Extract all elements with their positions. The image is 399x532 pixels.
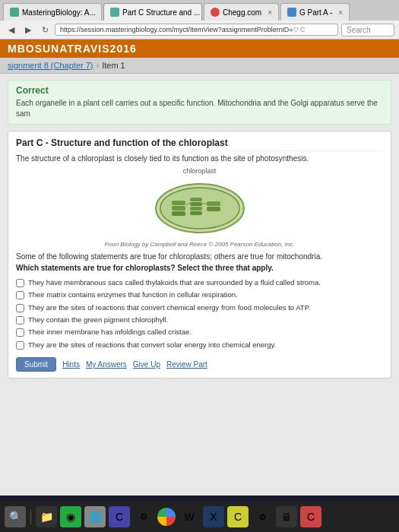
back-button[interactable]: ◀: [5, 23, 18, 36]
part-c-title: Part C - Structure and function of the c…: [16, 138, 383, 151]
tab-favicon-3: [211, 8, 220, 17]
checkbox-2[interactable]: [16, 291, 24, 299]
refresh-button[interactable]: ↻: [38, 23, 52, 36]
tab-mastering-biology[interactable]: MasteringBiology: A... ×: [3, 3, 102, 21]
bold-instruction: Which statements are true for chloroplas…: [16, 264, 383, 272]
taskbar-finder[interactable]: 🔍: [5, 506, 26, 527]
tab-label-2: Part C Structure and ...: [122, 8, 200, 17]
search-input[interactable]: Search: [341, 24, 394, 36]
checkbox-1[interactable]: [16, 279, 24, 287]
choice-label-6: They are the sites of reactions that con…: [28, 340, 276, 350]
taskbar-icon-9[interactable]: 🖥: [276, 506, 297, 527]
choice-label-5: Their inner membrane has infoldings call…: [28, 328, 192, 337]
checkbox-3[interactable]: [16, 304, 24, 312]
breadcrumb-separator: ›: [97, 61, 100, 70]
buttons-row: Submit Hints My Answers Give Up Review P…: [16, 357, 383, 372]
breadcrumb-assignment[interactable]: signment 8 (Chapter 7): [8, 61, 93, 70]
taskbar-icon-chrome[interactable]: [157, 508, 176, 526]
svg-rect-3: [172, 206, 185, 211]
checkbox-5[interactable]: [16, 328, 24, 337]
image-caption: From Biology by Campbell and Reece © 200…: [16, 241, 383, 248]
address-bar: ◀ ▶ ↻ https://session.masteringbiology.c…: [0, 21, 399, 40]
my-answers-button[interactable]: My Answers: [86, 360, 127, 369]
instruction-text: Some of the following statements are tru…: [16, 252, 383, 261]
taskbar: 🔍 📁 ◉ 🌐 C ⚙ W X C ✿ 🖥 C: [0, 502, 399, 532]
chloroplast-label: chloroplast: [16, 167, 383, 175]
correct-title: Correct: [16, 85, 383, 96]
chloroplast-container: chloroplast: [16, 167, 383, 248]
tab-favicon-4: [287, 8, 296, 17]
give-up-button[interactable]: Give Up: [133, 360, 160, 369]
taskbar-icon-6[interactable]: X: [203, 506, 224, 527]
correct-banner: Correct Each organelle in a plant cell c…: [8, 80, 391, 125]
choice-label-1: They have membranous sacs called thylako…: [28, 278, 321, 287]
svg-rect-9: [207, 201, 220, 206]
tab-close-3[interactable]: ×: [268, 8, 272, 17]
taskbar-icon-3[interactable]: 🌐: [84, 506, 106, 527]
url-verify: ▽ C: [293, 26, 306, 33]
hints-button[interactable]: Hints: [62, 360, 80, 369]
choice-label-2: Their matrix contains enzymes that funct…: [28, 290, 238, 299]
correct-text: Each organelle in a plant cell carries o…: [16, 98, 383, 119]
forward-button[interactable]: ▶: [21, 23, 35, 36]
choice-2[interactable]: Their matrix contains enzymes that funct…: [16, 289, 383, 301]
svg-rect-2: [172, 201, 185, 205]
tab-bar: MasteringBiology: A... × Part C Structur…: [0, 0, 399, 21]
taskbar-icon-c-red[interactable]: C: [300, 506, 321, 527]
search-label: Search: [347, 26, 371, 34]
tab-favicon-2: [110, 8, 119, 17]
taskbar-icon-4[interactable]: ⚙: [133, 506, 154, 527]
tab-label-4: G Part A -: [299, 8, 332, 17]
taskbar-divider-1: [30, 509, 31, 524]
svg-rect-10: [207, 207, 220, 211]
site-title: MBOSUNATRAVIS2016: [8, 43, 137, 55]
choice-5[interactable]: Their inner membrane has infoldings call…: [16, 326, 383, 338]
svg-rect-4: [172, 211, 185, 216]
answer-choices: They have membranous sacs called thylako…: [16, 277, 383, 351]
svg-rect-8: [190, 211, 202, 215]
taskbar-icon-8[interactable]: ✿: [252, 506, 273, 527]
svg-rect-7: [190, 207, 202, 211]
part-c-subtitle: The structure of a chloroplast is closel…: [16, 154, 383, 163]
svg-rect-6: [190, 202, 202, 206]
choice-label-4: They contain the green pigment chlorophy…: [28, 315, 168, 325]
choice-label-3: They are the sites of reactions that con…: [28, 303, 310, 312]
url-input[interactable]: https://session.masteringbiology.com/myc…: [55, 24, 338, 36]
part-c-section: Part C - Structure and function of the c…: [8, 131, 391, 378]
taskbar-icon-c-blue[interactable]: C: [109, 506, 130, 527]
tab-label-3: Chegg.com: [223, 8, 261, 17]
choice-1[interactable]: They have membranous sacs called thylako…: [16, 277, 383, 289]
browser-chrome: MasteringBiology: A... × Part C Structur…: [0, 0, 399, 40]
tab-label-1: MasteringBiology: A...: [22, 8, 96, 17]
breadcrumb: signment 8 (Chapter 7) › Item 1: [0, 58, 399, 74]
taskbar-icon-2[interactable]: ◉: [60, 506, 81, 527]
tab-favicon-1: [10, 8, 19, 17]
review-part-button[interactable]: Review Part: [166, 360, 207, 369]
taskbar-icon-5[interactable]: W: [179, 506, 200, 527]
site-header: MBOSUNATRAVIS2016: [0, 40, 399, 58]
taskbar-icon-7[interactable]: C: [227, 506, 249, 527]
tab-google[interactable]: G Part A - ×: [280, 3, 350, 21]
choice-3[interactable]: They are the sites of reactions that con…: [16, 302, 383, 314]
taskbar-icon-1[interactable]: 📁: [36, 506, 57, 527]
tab-close-4[interactable]: ×: [338, 8, 343, 17]
breadcrumb-item: Item 1: [102, 61, 125, 70]
choice-6[interactable]: They are the sites of reactions that con…: [16, 339, 383, 351]
submit-button[interactable]: Submit: [16, 357, 56, 372]
url-text: https://session.masteringbiology.com/myc…: [60, 26, 293, 33]
svg-rect-5: [190, 198, 202, 201]
checkbox-4[interactable]: [16, 316, 24, 325]
tab-chegg[interactable]: Chegg.com ×: [204, 3, 279, 21]
chloroplast-image: [150, 176, 249, 239]
tab-part-c[interactable]: Part C Structure and ... ×: [103, 3, 202, 21]
checkbox-6[interactable]: [16, 341, 24, 350]
choice-4[interactable]: They contain the green pigment chlorophy…: [16, 314, 383, 326]
page-content: MBOSUNATRAVIS2016 signment 8 (Chapter 7)…: [0, 40, 399, 496]
